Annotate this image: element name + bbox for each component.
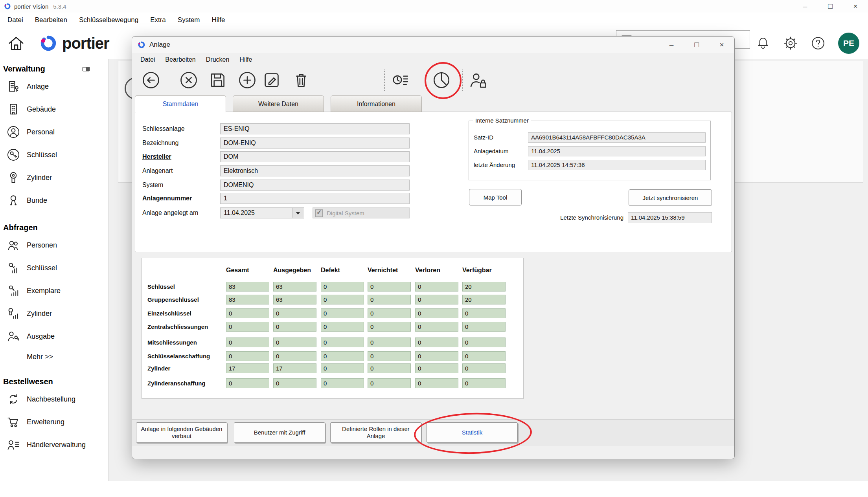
date-dropdown-button[interactable]: [292, 208, 303, 218]
main-menubar: DateiBearbeitenSchlüsselbewegungExtraSys…: [0, 13, 868, 28]
sidebar-item-h-ndlerverwaltung[interactable]: Händlerverwaltung: [0, 433, 108, 456]
sidebar-item-zylinder[interactable]: Zylinder: [0, 166, 108, 189]
sidebar-item-label: Nachbestellung: [27, 395, 75, 403]
record-label-satz-id: Satz-ID: [474, 132, 493, 143]
sidebar-item-anlage[interactable]: Anlage: [0, 75, 108, 98]
statistics-pie-button[interactable]: [432, 70, 451, 90]
field-anlagenart[interactable]: Elektronisch: [220, 165, 410, 176]
key-circle-icon: [6, 148, 20, 162]
add-button[interactable]: [237, 70, 257, 90]
cancel-button[interactable]: [179, 70, 199, 90]
sidebar-item-schl-ssel[interactable]: Schlüssel: [0, 143, 108, 166]
field-hersteller[interactable]: DOM: [220, 151, 410, 162]
stats-cell: 83: [226, 282, 269, 292]
sidebar-item-zylinder[interactable]: Zylinder: [0, 302, 108, 325]
edit-button[interactable]: [262, 70, 281, 90]
user-access-button[interactable]: [468, 70, 488, 90]
user-access-icon: [468, 70, 488, 90]
menu-item-schl-sselbewegung[interactable]: Schlüsselbewegung: [73, 16, 144, 24]
dialog-menu-item-drucken[interactable]: Drucken: [201, 56, 235, 63]
maximize-button[interactable]: □: [818, 0, 843, 13]
stats-cell: 0: [226, 322, 269, 332]
stats-cell: 17: [273, 363, 316, 373]
field-bezeichnung[interactable]: DOM-ENIQ: [220, 138, 410, 149]
key-movement-button[interactable]: [390, 70, 410, 90]
sidebar-item-exemplare[interactable]: Exemplare: [0, 279, 108, 302]
stats-cell: 20: [462, 295, 506, 304]
close-button[interactable]: ×: [843, 0, 868, 13]
minimize-button[interactable]: –: [793, 0, 818, 13]
menu-item-datei[interactable]: Datei: [2, 16, 29, 24]
stats-cell: 0: [415, 322, 458, 332]
dialog-menubar: DateiBearbeitenDruckenHilfe: [132, 53, 734, 66]
help-icon[interactable]: [811, 36, 826, 51]
footer-button-definierte-rollen-in-dieser-anlage[interactable]: Definierte Rollen in dieser Anlage: [330, 422, 421, 443]
digital-system-checkbox[interactable]: [315, 209, 323, 217]
sidebar-item-label: Zylinder: [27, 174, 52, 182]
sidebar-item-erweiterung[interactable]: Erweiterung: [0, 411, 108, 433]
dialog-menu-item-datei[interactable]: Datei: [135, 56, 160, 63]
stats-cell: 0: [321, 363, 364, 373]
sidebar-item-bunde[interactable]: Bunde: [0, 189, 108, 212]
user-avatar[interactable]: PE: [838, 33, 859, 54]
home-button[interactable]: [6, 33, 26, 53]
notifications-bell-icon[interactable]: [756, 36, 771, 51]
sidebar-item-personal[interactable]: Personal: [0, 121, 108, 143]
record-value-letzte-nderung: 11.04.2025 14:57:36: [528, 160, 706, 170]
sidebar-item-label: Zylinder: [27, 310, 52, 318]
map-tool-button[interactable]: Map Tool: [469, 189, 522, 205]
sidebar-item-mehr[interactable]: Mehr >>: [0, 348, 108, 366]
section-title: Abfragen: [3, 223, 38, 232]
footer-button-label: Definierte Rollen in dieser Anlage: [335, 425, 417, 440]
stats-column-ausgegeben: Ausgegeben: [273, 267, 311, 274]
field-label-hersteller: Hersteller: [142, 151, 171, 162]
stats-cell: 0: [368, 363, 411, 373]
collapse-toggle-icon[interactable]: [80, 65, 92, 73]
sidebar-item-geb-ude[interactable]: Gebäude: [0, 98, 108, 121]
menu-item-bearbeiten[interactable]: Bearbeiten: [29, 16, 73, 24]
dialog-close-button[interactable]: ×: [709, 39, 734, 51]
sidebar-item-personen[interactable]: Personen: [0, 234, 108, 257]
digital-system-field: Digital System: [313, 207, 410, 218]
footer-button-benutzer-mit-zugriff[interactable]: Benutzer mit Zugriff: [234, 422, 325, 443]
sidebar-item-schl-ssel[interactable]: Schlüssel: [0, 257, 108, 279]
back-button[interactable]: [141, 70, 161, 90]
stats-table: GesamtAusgegebenDefektVernichtetVerloren…: [142, 258, 524, 399]
person-key-icon: [6, 329, 20, 343]
stats-cell: 0: [415, 351, 458, 361]
save-button[interactable]: [208, 70, 228, 90]
field-anlagennummer[interactable]: 1: [220, 193, 410, 204]
field-system[interactable]: DOMENIQ: [220, 180, 410, 191]
delete-button[interactable]: [291, 70, 311, 90]
settings-gear-icon[interactable]: [783, 36, 798, 51]
sidebar-item-label: Bunde: [27, 196, 47, 205]
dialog-menu-item-hilfe[interactable]: Hilfe: [234, 56, 257, 63]
dialog-titlebar[interactable]: Anlage – □ ×: [132, 37, 734, 53]
dialog-menu-item-bearbeiten[interactable]: Bearbeiten: [160, 56, 200, 63]
field-label-anlage-angelegt-am: Anlage angelegt am: [142, 207, 198, 218]
dialog-maximize-button[interactable]: □: [684, 39, 709, 51]
menu-item-system[interactable]: System: [172, 16, 206, 24]
dialog-minimize-button[interactable]: –: [659, 39, 684, 51]
app-version: 5.3.4: [53, 3, 66, 10]
sync-now-button[interactable]: Jetzt synchronisieren: [629, 189, 712, 206]
menu-item-hilfe[interactable]: Hilfe: [206, 16, 231, 24]
stats-cell: 0: [226, 308, 269, 318]
bottom-strip: [0, 481, 868, 497]
sidebar-item-ausgabe[interactable]: Ausgabe: [0, 325, 108, 348]
stats-cell: 20: [462, 282, 506, 292]
field-schliessanlage[interactable]: ES-ENIQ: [220, 123, 410, 134]
footer-button-anlage-in-folgenden-geb-uden-verbaut[interactable]: Anlage in folgenden Gebäuden verbaut: [136, 422, 227, 443]
sidebar-item-label: Ausgabe: [27, 332, 55, 341]
save-icon: [208, 70, 228, 90]
menu-item-extra[interactable]: Extra: [144, 16, 172, 24]
stats-cell: 0: [321, 378, 364, 388]
stats-column-gesamt: Gesamt: [226, 267, 249, 274]
tab-informationen[interactable]: Informationen: [331, 95, 422, 112]
date-field[interactable]: 11.04.2025: [220, 207, 304, 218]
footer-button-statistik[interactable]: Statistik: [427, 422, 518, 443]
tab-weitere-daten[interactable]: Weitere Daten: [233, 95, 324, 112]
sidebar-item-nachbestellung[interactable]: Nachbestellung: [0, 388, 108, 411]
tab-stammdaten[interactable]: Stammdaten: [135, 95, 226, 112]
stats-cell: 0: [368, 337, 411, 347]
